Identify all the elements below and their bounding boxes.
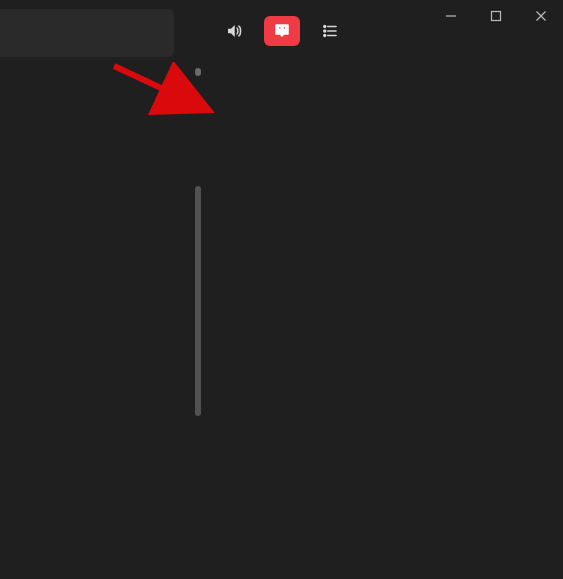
svg-rect-1: [491, 12, 500, 21]
scroll-thumb[interactable]: [195, 186, 201, 416]
svg-point-4: [323, 26, 325, 28]
maximize-button[interactable]: [473, 2, 518, 30]
lyrics-button[interactable]: [264, 16, 300, 46]
close-button[interactable]: [518, 2, 563, 30]
tracklist-scrollbar[interactable]: [194, 68, 202, 579]
lyrics-panel: [226, 84, 549, 579]
now-playing-card[interactable]: [0, 9, 174, 57]
window-controls: [428, 0, 563, 32]
speaker-button[interactable]: [216, 16, 252, 46]
svg-point-6: [323, 30, 325, 32]
track-list: [0, 66, 190, 579]
svg-point-8: [323, 35, 325, 37]
scroll-thumb-top[interactable]: [195, 68, 201, 76]
minimize-button[interactable]: [428, 2, 473, 30]
queue-button[interactable]: [312, 16, 348, 46]
view-toolbar: [216, 16, 348, 46]
